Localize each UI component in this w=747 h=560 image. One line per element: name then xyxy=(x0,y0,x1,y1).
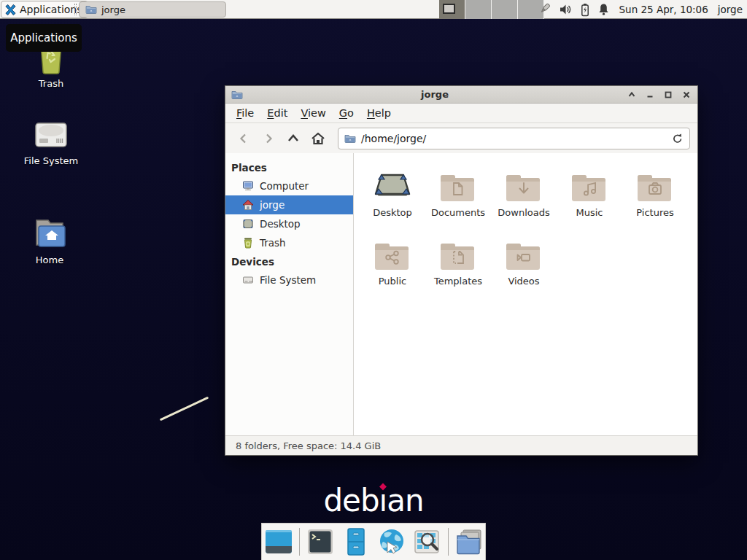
toolbar: /home/jorge/ xyxy=(225,123,697,153)
dock-panel xyxy=(261,523,486,560)
folder-icon xyxy=(85,4,97,15)
menu-help[interactable]: Help xyxy=(360,105,398,121)
file-manager-window: jorge File Edit View Go Help /home/jorge… xyxy=(225,85,698,456)
show-desktop-icon xyxy=(264,527,293,556)
minimize-button[interactable] xyxy=(645,90,655,100)
music-folder-icon xyxy=(570,171,608,203)
volume-icon[interactable] xyxy=(559,3,573,16)
notifications-icon[interactable] xyxy=(597,3,610,16)
terminal-icon xyxy=(306,527,335,556)
drive-icon xyxy=(32,118,70,152)
menu-go[interactable]: Go xyxy=(333,105,360,121)
window-body: Places Computer jorge Desktop Trash Devi… xyxy=(225,153,697,435)
workspace-1[interactable] xyxy=(439,0,465,19)
dock-folder-icon xyxy=(454,527,484,556)
menu-edit[interactable]: Edit xyxy=(260,105,294,121)
dock-separator xyxy=(299,528,300,556)
desktop-icon-file-system[interactable]: File System xyxy=(16,118,86,166)
file-item-documents[interactable]: Documents xyxy=(425,162,491,230)
path-folder-icon xyxy=(344,133,356,144)
trash-small-icon xyxy=(242,237,254,249)
panel-handle[interactable] xyxy=(74,4,77,15)
file-item-music[interactable]: Music xyxy=(557,162,622,230)
workspace-window-preview xyxy=(443,4,455,14)
panel-username[interactable]: jorge xyxy=(715,4,743,15)
file-item-templates[interactable]: Templates xyxy=(425,230,491,299)
back-button[interactable] xyxy=(233,128,255,149)
applications-menu-label: Applications xyxy=(20,4,82,15)
file-item-videos[interactable]: Videos xyxy=(491,230,557,299)
debian-logo: debıan xyxy=(0,483,747,518)
downloads-folder-icon xyxy=(505,171,543,203)
folder-button[interactable] xyxy=(454,526,484,557)
taskbar-window-label: jorge xyxy=(101,4,125,15)
app-finder-button[interactable] xyxy=(412,526,443,557)
public-folder-icon xyxy=(374,239,411,271)
desktop-icon-label: Home xyxy=(36,254,63,265)
sidebar-item-jorge[interactable]: jorge xyxy=(225,195,353,214)
menu-file[interactable]: File xyxy=(230,105,260,121)
battery-icon[interactable] xyxy=(579,3,591,17)
show-desktop-button[interactable] xyxy=(263,526,294,557)
menu-bar: File Edit View Go Help xyxy=(225,104,697,123)
file-cabinet-button[interactable] xyxy=(341,526,371,557)
home-button[interactable] xyxy=(307,128,329,149)
desktop-artifact-line xyxy=(160,397,209,421)
maximize-button[interactable] xyxy=(663,90,673,100)
home-folder-icon xyxy=(31,216,69,251)
file-grid: Desktop Documents Downloads xyxy=(354,153,697,435)
sidebar-item-desktop[interactable]: Desktop xyxy=(225,214,353,233)
templates-folder-icon xyxy=(439,239,477,271)
file-item-pictures[interactable]: Pictures xyxy=(622,162,688,230)
close-button[interactable] xyxy=(681,90,692,100)
computer-icon xyxy=(242,180,254,192)
desktop-icon-label: Trash xyxy=(39,78,63,89)
menu-view[interactable]: View xyxy=(294,105,332,121)
path-bar[interactable]: /home/jorge/ xyxy=(338,128,690,149)
panel-clock[interactable]: Sun 25 Apr, 10:06 xyxy=(616,4,708,15)
sidebar-item-computer[interactable]: Computer xyxy=(225,176,353,195)
status-text: 8 folders, Free space: 14.4 GiB xyxy=(236,440,381,451)
desktop-icon-home[interactable]: Home xyxy=(15,216,85,265)
file-cabinet-icon xyxy=(341,527,371,556)
videos-folder-icon xyxy=(505,239,543,271)
sidebar-places-header: Places xyxy=(225,158,353,176)
web-browser-icon xyxy=(377,527,406,556)
window-title: jorge xyxy=(243,89,627,100)
up-button[interactable] xyxy=(282,128,304,149)
terminal-button[interactable] xyxy=(305,526,336,557)
desktop-special-icon xyxy=(372,169,413,203)
file-item-public[interactable]: Public xyxy=(360,230,425,299)
system-tray: Sun 25 Apr, 10:06 jorge xyxy=(538,0,743,19)
workspace-2[interactable] xyxy=(465,0,492,19)
path-input[interactable]: /home/jorge/ xyxy=(361,133,667,144)
window-titlebar[interactable]: jorge xyxy=(225,86,697,104)
marker-icon[interactable] xyxy=(538,2,552,17)
top-panel: Applications jorge Sun 25 Apr, 10:06 jor… xyxy=(0,0,747,19)
documents-folder-icon xyxy=(439,171,477,203)
dock-separator xyxy=(448,528,449,556)
sidebar-devices-header: Devices xyxy=(225,252,353,271)
shade-button[interactable] xyxy=(627,90,637,100)
reload-icon[interactable] xyxy=(672,133,684,144)
applications-tooltip: Applications xyxy=(6,24,82,52)
sidebar-item-file-system[interactable]: File System xyxy=(225,271,353,289)
app-finder-icon xyxy=(413,527,442,556)
desktop-icon-label: File System xyxy=(24,155,78,166)
desktop-icon xyxy=(242,218,254,230)
tooltip-text: Applications xyxy=(10,31,77,44)
sidebar-item-trash[interactable]: Trash xyxy=(225,233,353,252)
status-bar: 8 folders, Free space: 14.4 GiB xyxy=(225,435,697,455)
file-item-downloads[interactable]: Downloads xyxy=(491,162,557,230)
forward-button[interactable] xyxy=(258,128,279,149)
workspace-3[interactable] xyxy=(492,0,518,19)
file-item-desktop[interactable]: Desktop xyxy=(360,162,425,230)
web-browser-button[interactable] xyxy=(376,526,407,557)
pictures-folder-icon xyxy=(636,171,674,203)
window-controls xyxy=(627,90,692,100)
workspace-switcher xyxy=(439,0,544,19)
sidebar: Places Computer jorge Desktop Trash Devi… xyxy=(225,153,354,435)
taskbar-window-button[interactable]: jorge xyxy=(79,1,226,18)
drive-small-icon xyxy=(242,274,254,286)
window-folder-icon xyxy=(231,89,243,101)
